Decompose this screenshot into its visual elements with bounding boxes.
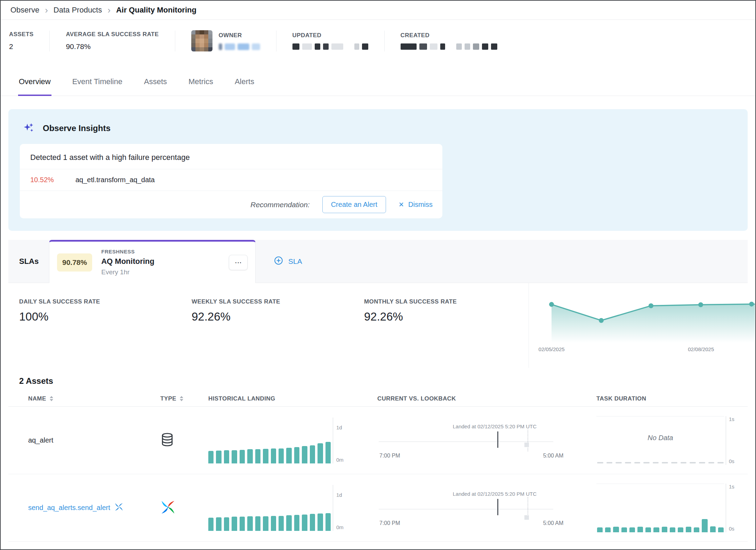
assets-title: 2 Assets bbox=[8, 376, 748, 386]
bar bbox=[247, 516, 252, 531]
bar bbox=[294, 447, 299, 463]
historical-landing-chart: 1d 0m bbox=[208, 418, 377, 463]
column-header-type[interactable]: TYPE bbox=[160, 395, 208, 402]
timeline-start-label: 7:00 PM bbox=[379, 453, 400, 459]
breadcrumb: Observe › Data Products › Air Quality Mo… bbox=[1, 1, 755, 20]
sla-tab-aq-monitoring[interactable]: 90.78% FRESHNESS AQ Monitoring Every 1hr… bbox=[49, 240, 256, 283]
task-duration-chart: 1s 0s bbox=[596, 484, 748, 532]
bar bbox=[263, 516, 268, 531]
bar bbox=[263, 449, 268, 463]
close-icon: ✕ bbox=[399, 201, 404, 209]
plus-circle-icon bbox=[274, 256, 283, 267]
stat-created-label: CREATED bbox=[401, 32, 497, 39]
timeline-line bbox=[379, 442, 553, 442]
bar bbox=[637, 527, 643, 532]
bar bbox=[653, 527, 659, 532]
bar bbox=[325, 442, 331, 463]
sort-icon bbox=[50, 396, 53, 401]
bar bbox=[224, 450, 229, 463]
sla-metric: WEEKLY SLA SUCCESS RATE92.26% bbox=[192, 298, 364, 323]
airflow-icon bbox=[160, 500, 176, 516]
bar bbox=[302, 446, 307, 463]
asset-name: send_aq_alerts.send_alert bbox=[28, 502, 160, 513]
bar bbox=[325, 513, 331, 531]
chevron-right-icon: › bbox=[107, 6, 111, 15]
sla-category-label: FRESHNESS bbox=[101, 249, 154, 254]
sla-menu-button[interactable]: ... bbox=[229, 255, 248, 270]
bar bbox=[310, 445, 315, 463]
stat-updated: UPDATED bbox=[276, 32, 384, 50]
tab-alerts[interactable]: Alerts bbox=[234, 74, 255, 96]
chevron-right-icon: › bbox=[45, 6, 48, 15]
bar bbox=[247, 449, 252, 463]
dismiss-label: Dismiss bbox=[408, 201, 433, 209]
sla-trend-column: 02/05/202502/08/2025 bbox=[529, 283, 755, 368]
sla-schedule: Every 1hr bbox=[101, 268, 154, 276]
sort-icon bbox=[180, 396, 183, 401]
landed-marker bbox=[497, 431, 498, 448]
bar bbox=[286, 515, 291, 531]
task-duration-chart: No Data 1s 0s bbox=[596, 416, 748, 465]
sla-section: SLAs 90.78% FRESHNESS AQ Monitoring Ever… bbox=[8, 240, 748, 368]
breadcrumb-observe[interactable]: Observe bbox=[10, 6, 39, 15]
bar bbox=[279, 448, 284, 463]
tab-event-timeline[interactable]: Event Timeline bbox=[72, 74, 123, 96]
lookback-marker bbox=[524, 443, 529, 447]
no-data-label: No Data bbox=[648, 434, 673, 442]
bar bbox=[310, 514, 315, 531]
tab-overview[interactable]: Overview bbox=[18, 74, 51, 96]
table-row-aq-alert: aq_alert 1d 0m Landed at 02/12/2025 5:20… bbox=[8, 407, 748, 474]
stat-updated-label: UPDATED bbox=[292, 32, 368, 39]
create-alert-button[interactable]: Create an Alert bbox=[322, 196, 386, 213]
chart-axis: 1s 0s bbox=[726, 416, 734, 465]
bar bbox=[224, 517, 229, 531]
tab-metrics[interactable]: Metrics bbox=[188, 74, 214, 96]
add-sla-label: SLA bbox=[288, 257, 302, 266]
timeline-line bbox=[379, 509, 553, 509]
asset-name-link[interactable]: send_aq_alerts.send_alert bbox=[28, 504, 110, 512]
stat-owner: OWNER bbox=[175, 30, 276, 51]
recommendation-label: Recommendation: bbox=[250, 201, 309, 209]
owner-avatar bbox=[191, 30, 212, 51]
bar bbox=[271, 448, 276, 463]
stat-created: CREATED bbox=[385, 32, 513, 50]
created-value-redacted bbox=[401, 43, 497, 50]
stat-avg-sla-label: AVERAGE SLA SUCCESS RATE bbox=[66, 31, 159, 38]
asset-name-text: aq_alert bbox=[28, 436, 53, 444]
tab-bar: OverviewEvent TimelineAssetsMetricsAlert… bbox=[1, 66, 755, 96]
failure-percentage: 10.52% bbox=[30, 176, 75, 184]
bar bbox=[232, 517, 237, 531]
bar bbox=[686, 527, 691, 532]
bar bbox=[208, 451, 214, 463]
column-duration-label: TASK DURATION bbox=[596, 395, 646, 402]
slas-section-label: SLAs bbox=[19, 257, 39, 266]
bar bbox=[317, 443, 323, 463]
column-lookback-label: CURRENT VS. LOOKBACK bbox=[377, 395, 456, 402]
insight-card: Detected 1 asset with a high failure per… bbox=[20, 144, 442, 218]
chart-axis: 1d 0m bbox=[333, 485, 344, 531]
landed-marker bbox=[497, 499, 498, 515]
column-header-name[interactable]: NAME bbox=[28, 395, 160, 402]
stat-avg-sla: AVERAGE SLA SUCCESS RATE 90.78% bbox=[50, 31, 175, 51]
breadcrumb-data-products[interactable]: Data Products bbox=[54, 6, 102, 15]
bar bbox=[279, 516, 284, 531]
lookback-dotted-line bbox=[528, 430, 528, 451]
sparkles-icon bbox=[23, 122, 34, 135]
add-sla-button[interactable]: SLA bbox=[274, 256, 302, 267]
bar bbox=[629, 527, 635, 532]
bar bbox=[255, 449, 260, 463]
stat-owner-label: OWNER bbox=[219, 32, 260, 39]
column-name-label: NAME bbox=[28, 395, 46, 402]
bar bbox=[718, 527, 724, 532]
database-icon bbox=[160, 432, 174, 449]
airflow-link-icon bbox=[114, 502, 123, 513]
bar bbox=[294, 515, 299, 531]
current-vs-lookback-chart: Landed at 02/12/2025 5:20 PM UTC 7:00 PM… bbox=[377, 407, 596, 474]
bar bbox=[670, 527, 675, 532]
stat-assets: ASSETS 2 bbox=[9, 31, 49, 51]
dismiss-button[interactable]: ✕ Dismiss bbox=[399, 201, 433, 209]
insight-heading: Detected 1 asset with a high failure per… bbox=[20, 144, 442, 169]
tab-assets[interactable]: Assets bbox=[143, 74, 168, 96]
sla-success-badge: 90.78% bbox=[57, 253, 92, 272]
sla-content: DAILY SLA SUCCESS RATE100%WEEKLY SLA SUC… bbox=[8, 283, 748, 368]
